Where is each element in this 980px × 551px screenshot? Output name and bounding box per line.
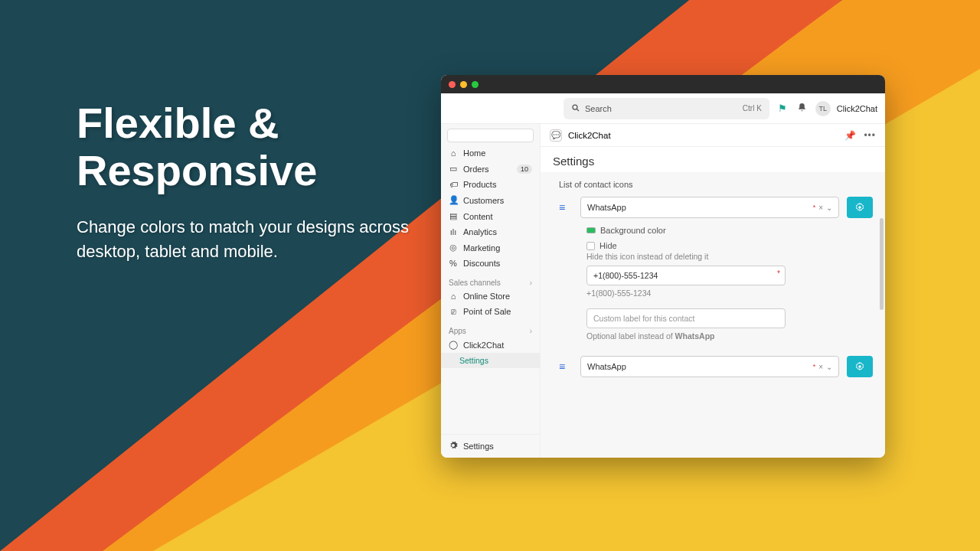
phone-input[interactable]: +1(800)-555-1234 [586, 266, 786, 285]
page-title: Settings [541, 147, 885, 172]
sidebar-item-click2chat[interactable]: ◯ Click2Chat [441, 337, 540, 353]
minimize-dot[interactable] [460, 81, 467, 88]
topbar: Search Ctrl K ⚑ TL Click2Chat [441, 93, 885, 124]
main-panel: 💬 Click2Chat 📌 ••• Settings List of cont… [541, 124, 885, 458]
hero-heading: Flexible & Responsive [77, 99, 413, 194]
promo-stage: Flexible & Responsive Change colors to m… [0, 0, 980, 551]
hero-subheading: Change colors to match your designs acro… [77, 215, 413, 264]
avatar[interactable]: TL [815, 101, 831, 116]
gear-icon [449, 441, 458, 452]
app-header: 💬 Click2Chat 📌 ••• [541, 124, 885, 147]
window-titlebar [441, 75, 885, 93]
bell-icon[interactable] [795, 103, 809, 115]
search-shortcut: Ctrl K [743, 104, 762, 112]
sidebar-item-customers[interactable]: 👤 Customers [441, 192, 540, 208]
contact-settings-button[interactable] [847, 197, 873, 218]
chevron-right-icon: › [530, 279, 532, 287]
content: List of contact icons ≡ WhatsApp *×⌄ [541, 172, 885, 458]
discounts-icon: % [449, 259, 458, 268]
app-icon: ◯ [449, 340, 458, 350]
products-icon: 🏷 [449, 180, 458, 189]
sidebar-item-orders[interactable]: ▭ Orders 10 [441, 161, 540, 177]
user-name: Click2Chat [837, 104, 877, 113]
sidebar-section-sales-channels[interactable]: Sales channels › [441, 274, 540, 289]
window-body: ⌂ Home ▭ Orders 10 🏷 Products 👤 Customer… [441, 124, 885, 458]
maximize-dot[interactable] [472, 81, 479, 88]
svg-point-6 [858, 206, 861, 209]
search-input[interactable]: Search Ctrl K [564, 98, 769, 119]
section-label: List of contact icons [559, 180, 873, 189]
search-icon [571, 103, 580, 114]
hero-copy: Flexible & Responsive Change colors to m… [77, 99, 413, 264]
sidebar-item-marketing[interactable]: ◎ Marketing [441, 240, 540, 256]
close-dot[interactable] [449, 81, 456, 88]
content-icon: ▤ [449, 211, 458, 221]
drag-handle-icon[interactable]: ≡ [559, 356, 573, 373]
hide-checkbox[interactable] [586, 242, 595, 250]
contact-type-select[interactable]: WhatsApp *×⌄ [580, 197, 839, 218]
color-swatch[interactable] [586, 227, 596, 233]
app-window: Search Ctrl K ⚑ TL Click2Chat ⌂ Home ▭ O… [441, 75, 885, 458]
customers-icon: 👤 [449, 195, 458, 205]
sidebar-item-pos[interactable]: ⎚ Point of Sale [441, 304, 540, 319]
sidebar-item-content[interactable]: ▤ Content [441, 208, 540, 224]
pin-icon[interactable]: 📌 [844, 130, 856, 141]
sidebar: ⌂ Home ▭ Orders 10 🏷 Products 👤 Customer… [441, 124, 541, 458]
contact-row: ≡ WhatsApp *×⌄ [559, 197, 873, 218]
scrollbar[interactable] [880, 218, 884, 310]
contact-type-select[interactable]: WhatsApp *×⌄ [580, 356, 839, 377]
bgcolor-label: Background color [600, 226, 666, 235]
sidebar-item-discounts[interactable]: % Discounts [441, 256, 540, 271]
more-icon[interactable]: ••• [864, 130, 876, 141]
app-name: Click2Chat [568, 131, 611, 140]
store-icon: ⌂ [449, 292, 458, 301]
search-placeholder: Search [585, 104, 612, 113]
contact-detail: Background color Hide Hide this icon ins… [586, 226, 873, 341]
home-icon: ⌂ [449, 148, 458, 158]
click2chat-icon: 💬 [550, 129, 562, 142]
sidebar-item-analytics[interactable]: ılı Analytics [441, 224, 540, 240]
contact-row: ≡ WhatsApp *×⌄ [559, 356, 873, 377]
orders-badge: 10 [517, 165, 532, 174]
svg-line-5 [577, 109, 580, 111]
svg-point-4 [573, 105, 577, 109]
phone-help: +1(800)-555-1234 [586, 289, 873, 298]
flag-icon[interactable]: ⚑ [776, 103, 789, 114]
sidebar-item-click2chat-settings[interactable]: Settings [441, 353, 540, 368]
pos-icon: ⎚ [449, 307, 458, 316]
hide-label: Hide [599, 241, 617, 250]
sidebar-settings[interactable]: Settings [441, 434, 540, 458]
contact-settings-button[interactable] [847, 356, 873, 377]
hide-help: Hide this icon instead of deleting it [586, 252, 873, 261]
drag-handle-icon[interactable]: ≡ [559, 197, 573, 214]
custom-label-help: Optional label instead of WhatsApp [586, 331, 873, 341]
sidebar-item-online-store[interactable]: ⌂ Online Store [441, 289, 540, 304]
orders-icon: ▭ [449, 164, 458, 174]
sidebar-top-field[interactable] [447, 129, 534, 142]
sidebar-section-apps[interactable]: Apps › [441, 322, 540, 337]
custom-label-input[interactable]: Custom label for this contact [586, 308, 786, 328]
sidebar-item-products[interactable]: 🏷 Products [441, 177, 540, 192]
svg-point-7 [858, 365, 861, 368]
marketing-icon: ◎ [449, 243, 458, 253]
chevron-right-icon: › [530, 327, 532, 335]
sidebar-item-home[interactable]: ⌂ Home [441, 145, 540, 161]
analytics-icon: ılı [449, 227, 458, 236]
